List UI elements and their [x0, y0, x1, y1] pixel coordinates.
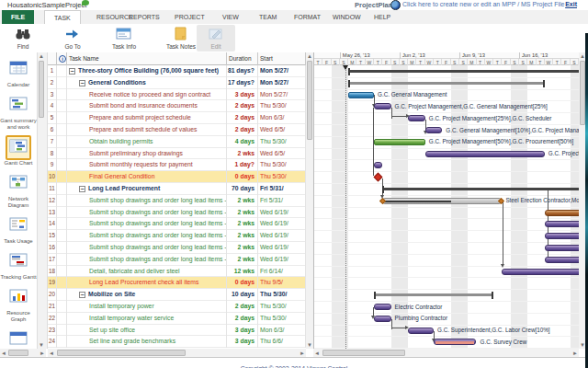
gantt-bar[interactable]: [382, 198, 502, 204]
menu-tab-window[interactable]: WINDOW: [323, 10, 370, 24]
scrollbar-thumb[interactable]: [322, 350, 405, 356]
gantt-bar[interactable]: [434, 339, 476, 345]
indicator-cell[interactable]: [57, 183, 67, 195]
table-row[interactable]: 10Final General Condition0 daysThu 5/30/: [48, 171, 306, 183]
indicator-cell[interactable]: [57, 159, 67, 171]
duration-cell[interactable]: 2 days: [227, 313, 258, 325]
task-name-cell[interactable]: Long Lead Procurement check all items: [67, 277, 227, 289]
menu-tab-reports[interactable]: REPORTS: [119, 10, 169, 24]
start-cell[interactable]: Wed 6/19/: [258, 218, 306, 230]
task-name-cell[interactable]: Submit shop drawings and order long lead…: [67, 218, 227, 230]
menu-tab-view[interactable]: VIEW: [213, 10, 248, 24]
sidebar-horizontal-scrollbar[interactable]: ◄ ►: [0, 349, 46, 357]
scroll-up-arrow[interactable]: ▲: [38, 52, 45, 60]
start-cell[interactable]: Fri 5/31/: [258, 195, 306, 207]
start-cell[interactable]: Thu 6/6/: [258, 336, 306, 348]
table-row[interactable]: 1−Three-story Office Building (76,000 sq…: [48, 65, 306, 77]
toolbar-find-button[interactable]: Find: [4, 25, 42, 52]
row-number[interactable]: 6: [48, 124, 57, 136]
gantt-bar[interactable]: [374, 162, 382, 168]
table-row[interactable]: 12Submit shop drawings and order long le…: [48, 195, 306, 207]
row-number[interactable]: 9: [48, 159, 57, 171]
row-number[interactable]: 15: [48, 230, 57, 242]
duration-cell[interactable]: 2 wks: [227, 242, 258, 254]
menu-tab-help[interactable]: HELP: [365, 10, 400, 24]
start-cell[interactable]: Wed 6/5/: [258, 148, 306, 160]
indicator-cell[interactable]: [57, 313, 67, 325]
table-vertical-scrollbar[interactable]: ▲ ▼: [306, 52, 313, 349]
start-cell[interactable]: Wed 6/19/: [258, 207, 306, 219]
gantt-bar[interactable]: [374, 139, 425, 145]
column-header-Task Name[interactable]: Task Name: [67, 52, 227, 65]
task-name-cell[interactable]: Install temporary power: [67, 301, 227, 313]
row-number[interactable]: 4: [48, 100, 57, 112]
scrollbar-thumb[interactable]: [307, 61, 312, 140]
duration-cell[interactable]: 17 days?: [227, 77, 258, 89]
gantt-bar[interactable]: [408, 328, 434, 334]
column-header-Start[interactable]: Start: [258, 52, 306, 65]
duration-cell[interactable]: 2 days: [227, 100, 258, 112]
row-number[interactable]: 20: [48, 289, 57, 301]
start-cell[interactable]: Wed 6/5/: [258, 124, 306, 136]
summary-bar[interactable]: [374, 293, 493, 296]
table-row[interactable]: 18Detail, fabricate and deliver steel12 …: [48, 266, 306, 278]
start-cell[interactable]: Thu 5/30/: [258, 159, 306, 171]
start-cell[interactable]: Fri 6/14/: [258, 266, 306, 278]
view-item-gant-summary-and-work[interactable]: Gant summary and work: [0, 93, 37, 131]
start-cell[interactable]: Mon 6/3/: [258, 112, 306, 124]
collapse-toggle-icon[interactable]: −: [79, 292, 85, 298]
scroll-right-arrow[interactable]: ►: [571, 350, 579, 357]
column-header-Duration[interactable]: Duration: [227, 52, 258, 65]
summary-bar[interactable]: [348, 82, 545, 85]
table-row[interactable]: 2−General Conditions17 days?Mon 5/27/: [48, 77, 306, 89]
start-cell[interactable]: Fri 5/31/: [258, 183, 306, 195]
row-number[interactable]: 18: [48, 266, 57, 278]
view-item-resource-graph[interactable]: Resource Graph: [0, 285, 37, 323]
gantt-bar[interactable]: [545, 233, 580, 239]
scroll-down-arrow[interactable]: ▼: [38, 341, 45, 349]
duration-cell[interactable]: 70 days: [227, 183, 258, 195]
gantt-bar[interactable]: [425, 151, 545, 157]
duration-cell[interactable]: 0 days: [227, 171, 258, 183]
task-name-cell[interactable]: −Long Lead Procurement: [67, 183, 227, 195]
indicator-cell[interactable]: [57, 195, 67, 207]
menu-tab-team[interactable]: TEAM: [250, 10, 286, 24]
start-cell[interactable]: Mon 5/27/: [258, 65, 306, 77]
indicator-cell[interactable]: [57, 325, 67, 337]
promo-link[interactable]: Click here to create new or edit an MPP …: [402, 1, 565, 7]
duration-cell[interactable]: 2 wks: [227, 230, 258, 242]
indicator-cell[interactable]: [57, 266, 67, 278]
task-name-cell[interactable]: Submit shop drawings and order long lead…: [67, 230, 227, 242]
duration-cell[interactable]: 10 days: [227, 289, 258, 301]
view-item-network-diagram[interactable]: Network Diagram: [0, 171, 37, 209]
task-name-cell[interactable]: Submit preliminary shop drawings: [67, 148, 227, 160]
start-cell[interactable]: Thu 5/30/: [258, 313, 306, 325]
table-row[interactable]: 9Submit monthly requests for payment1 da…: [48, 159, 306, 171]
duration-cell[interactable]: 2 wks: [227, 195, 258, 207]
row-number[interactable]: 16: [48, 242, 57, 254]
table-row[interactable]: 13Submit shop drawings and order long le…: [48, 207, 306, 219]
duration-cell[interactable]: 3 days: [227, 89, 258, 101]
indicator-cell[interactable]: [57, 242, 67, 254]
project-summary-bar[interactable]: [382, 188, 580, 190]
table-row[interactable]: 15Submit shop drawings and order long le…: [48, 230, 306, 242]
table-row[interactable]: 23Set up site office3 daysMon 6/3/: [48, 325, 306, 337]
start-cell[interactable]: Wed 6/19/: [258, 254, 306, 266]
row-number[interactable]: 14: [48, 218, 57, 230]
row-number[interactable]: 11: [48, 183, 57, 195]
view-item-sheet-partial[interactable]: [0, 328, 37, 348]
menu-tab-task[interactable]: TASK: [44, 10, 81, 24]
menu-tab-project[interactable]: PROJECT: [165, 10, 214, 24]
row-number[interactable]: 24: [48, 336, 57, 348]
task-name-cell[interactable]: Submit shop drawings and order long lead…: [67, 254, 227, 266]
menu-tab-file[interactable]: FILE: [2, 10, 34, 24]
start-cell[interactable]: Wed 6/19/: [258, 230, 306, 242]
indicator-cell[interactable]: [57, 230, 67, 242]
start-cell[interactable]: Mon 6/3/: [258, 325, 306, 337]
scroll-left-arrow[interactable]: ◄: [313, 350, 321, 357]
sidebar-vertical-scrollbar[interactable]: ▲ ▼: [37, 52, 48, 349]
task-name-cell[interactable]: Set up site office: [67, 325, 227, 337]
table-row[interactable]: 17Submit shop drawings and order long le…: [48, 254, 306, 266]
table-row[interactable]: 21Install temporary power2 daysThu 5/30/: [48, 301, 306, 313]
task-name-cell[interactable]: Submit shop drawings and order long lead…: [67, 242, 227, 254]
